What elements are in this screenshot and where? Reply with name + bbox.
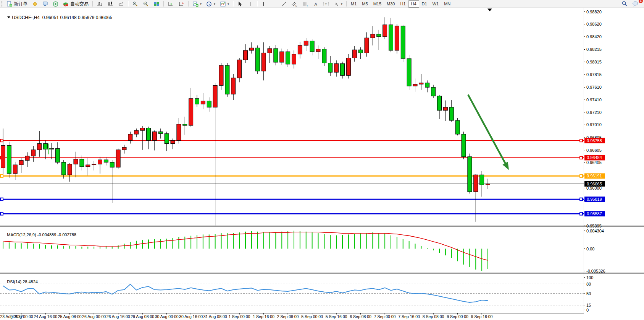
svg-text:9 Sep 16:00: 9 Sep 16:00	[471, 314, 493, 319]
auto-scroll-button[interactable]	[176, 0, 187, 8]
svg-text:1 Sep 16:00: 1 Sep 16:00	[253, 314, 274, 319]
svg-text:26 Aug 00:00: 26 Aug 00:00	[82, 314, 106, 319]
channel-tool-button[interactable]: E	[289, 0, 300, 8]
zoom-out-button[interactable]	[140, 0, 151, 8]
svg-text:24 Aug 16:00: 24 Aug 16:00	[34, 314, 57, 319]
autotrade-button[interactable]: 自动交易	[61, 0, 91, 8]
vertical-line-icon	[261, 1, 266, 7]
trendline-icon	[281, 1, 287, 7]
svg-text:29 Aug 08:00: 29 Aug 08:00	[131, 314, 154, 319]
bar-chart-icon	[97, 1, 103, 7]
chart-title-dropdown-icon[interactable]	[7, 16, 10, 18]
chat-bubble-icon	[632, 1, 639, 7]
svg-text:7 Sep 00:00: 7 Sep 00:00	[374, 314, 396, 319]
svg-text:0.96484: 0.96484	[587, 155, 602, 160]
timeframe-mn[interactable]: MN	[441, 0, 453, 8]
tile-windows-button[interactable]	[151, 0, 162, 8]
svg-text:9 Sep 00:00: 9 Sep 00:00	[447, 314, 468, 319]
signals-button[interactable]	[50, 0, 61, 8]
svg-text:6 Sep 08:00: 6 Sep 08:00	[350, 314, 371, 319]
toolbar-grip[interactable]	[1, 1, 3, 6]
svg-text:-0.005326: -0.005326	[586, 269, 605, 273]
svg-text:30 Aug 16:00: 30 Aug 16:00	[179, 314, 203, 319]
market-watch-button[interactable]	[30, 0, 40, 8]
svg-text:0.98620: 0.98620	[586, 22, 602, 26]
chart-shift-button[interactable]	[165, 0, 176, 8]
cursor-icon	[237, 1, 243, 7]
autotrade-icon	[63, 1, 69, 7]
text-icon: A	[313, 1, 318, 7]
macd-indicator-label: MACD(12,26,9) -0.004889 -0.002788	[2, 228, 76, 242]
indicators-button[interactable]: ▾	[190, 0, 204, 8]
mt4-window: 新订单 自动交易 ▾ ▾ ▾	[0, 0, 644, 320]
price-badge-0.96758: 0.96758	[584, 138, 605, 143]
chart-canvas[interactable]: 0.988200.986200.984200.982150.980150.978…	[0, 8, 644, 320]
svg-text:50: 50	[586, 291, 591, 296]
svg-text:E: E	[295, 5, 297, 7]
svg-text:0.98420: 0.98420	[586, 34, 602, 39]
indicators-icon	[192, 1, 199, 7]
bar-chart-mode-button[interactable]	[94, 0, 105, 8]
tile-windows-icon	[153, 1, 160, 7]
svg-text:8 Sep 08:00: 8 Sep 08:00	[423, 314, 444, 319]
text-tool-button[interactable]: A	[311, 0, 321, 8]
svg-text:0.00: 0.00	[586, 247, 594, 251]
zoom-in-icon	[132, 1, 138, 7]
dropdown-arrow-icon: ▾	[200, 2, 202, 6]
timeframe-d1[interactable]: D1	[419, 0, 430, 8]
templates-button[interactable]: ▾	[218, 0, 231, 8]
notifications-button[interactable]: 1	[630, 0, 641, 8]
candle-chart-mode-button[interactable]	[105, 0, 116, 8]
new-order-button[interactable]: 新订单	[4, 0, 30, 8]
svg-text:26 Aug 16:00: 26 Aug 16:00	[107, 314, 130, 319]
price-badge-0.95819: 0.95819	[584, 197, 605, 202]
search-button[interactable]	[619, 0, 630, 8]
timeframe-m5[interactable]: M5	[359, 0, 370, 8]
price-badge-0.96484: 0.96484	[584, 155, 605, 160]
terminal-button[interactable]	[40, 0, 50, 8]
fibonacci-tool-button[interactable]: F	[300, 0, 311, 8]
timeframe-h1[interactable]: H1	[397, 0, 408, 8]
price-badge-0.95587: 0.95587	[584, 211, 605, 216]
timeframe-m1[interactable]: M1	[348, 0, 359, 8]
chart-ohlc-readout: 0.96051 0.96148 0.95979 0.96065	[42, 15, 113, 20]
periods-button[interactable]: ▾	[204, 0, 218, 8]
svg-text:0.98820: 0.98820	[586, 10, 602, 14]
cursor-tool-button[interactable]	[235, 0, 245, 8]
svg-text:0.98015: 0.98015	[586, 60, 602, 64]
zoom-in-button[interactable]	[130, 0, 140, 8]
trendline-tool-button[interactable]	[279, 0, 289, 8]
svg-text:0.96065: 0.96065	[587, 182, 602, 186]
macd-main-value: -0.004889	[37, 232, 56, 237]
horizontal-line-tool-button[interactable]	[268, 0, 279, 8]
arrows-tool-button[interactable]: ▾	[331, 0, 345, 8]
crosshair-tool-button[interactable]	[245, 0, 255, 8]
svg-text:0.004304: 0.004304	[586, 229, 604, 233]
template-icon	[220, 1, 226, 7]
new-order-label: 新订单	[14, 1, 27, 7]
svg-text:T: T	[325, 2, 327, 6]
svg-text:F: F	[307, 5, 308, 7]
zoom-out-icon	[143, 1, 149, 7]
text-label-tool-button[interactable]: T	[321, 0, 331, 8]
line-chart-mode-button[interactable]	[116, 0, 126, 8]
horizontal-line-icon	[271, 1, 276, 7]
svg-text:31 Aug 08:00: 31 Aug 08:00	[203, 314, 227, 319]
main-toolbar: 新订单 自动交易 ▾ ▾ ▾	[0, 0, 644, 8]
timeframe-group: M1M5M15M30H1H4D1W1MN	[348, 0, 453, 8]
timeframe-h4[interactable]: H4	[408, 0, 419, 8]
svg-text:0.96758: 0.96758	[587, 138, 602, 143]
candlestick-icon	[107, 1, 113, 7]
timeframe-m15[interactable]: M15	[371, 0, 384, 8]
new-order-icon	[6, 1, 12, 7]
svg-text:0: 0	[586, 308, 589, 312]
price-badge-0.96191: 0.96191	[584, 173, 605, 179]
bid-price-badge: 0.96065	[584, 181, 605, 187]
auto-scroll-icon	[178, 1, 184, 7]
timeframe-m30[interactable]: M30	[384, 0, 397, 8]
vertical-line-tool-button[interactable]	[259, 0, 268, 8]
chart-shift-icon	[168, 1, 174, 7]
timeframe-w1[interactable]: W1	[430, 0, 442, 8]
svg-text:0.97410: 0.97410	[586, 97, 602, 102]
svg-text:15: 15	[586, 303, 591, 307]
